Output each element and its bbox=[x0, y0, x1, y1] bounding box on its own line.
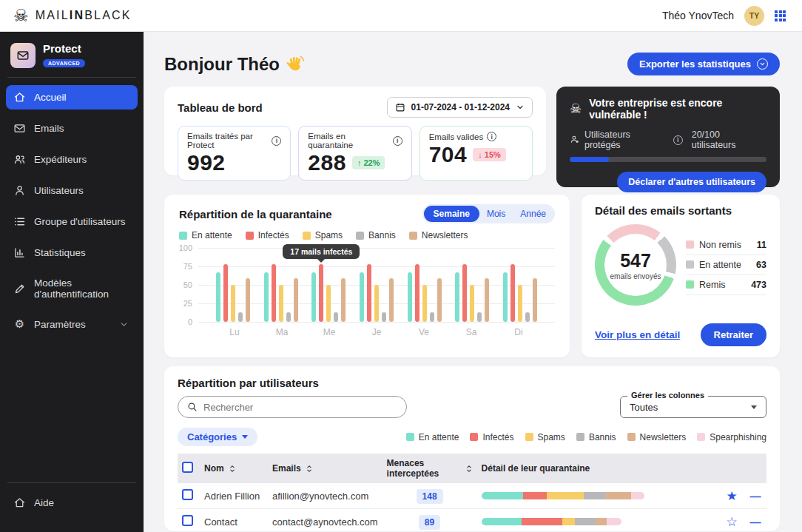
donut-legend: Non remis 11 En attente 63 Remis 473 bbox=[686, 235, 766, 295]
quarantine-title: Répartition de la quarantaine bbox=[179, 208, 332, 220]
retraiter-button[interactable]: Retraiter bbox=[701, 323, 766, 346]
bar-bannis[interactable] bbox=[238, 312, 243, 322]
bar-en-attente[interactable] bbox=[455, 272, 459, 322]
sidebar-item-utilisateurs[interactable]: Utilisateurs bbox=[6, 178, 138, 203]
bar-segment bbox=[631, 492, 644, 499]
sidebar-item-emails[interactable]: Emails bbox=[6, 116, 138, 141]
bar-newsletters[interactable] bbox=[533, 278, 537, 322]
sort-icon[interactable] bbox=[306, 465, 313, 473]
bar-en-attente[interactable] bbox=[360, 272, 364, 322]
bar-newsletters[interactable] bbox=[389, 278, 394, 322]
tab-semaine[interactable]: Semaine bbox=[424, 206, 479, 222]
bar-spams[interactable] bbox=[326, 285, 331, 322]
categories-button[interactable]: Catégories bbox=[178, 428, 257, 446]
threats-badge: 148 bbox=[417, 489, 443, 504]
sidebar-item-label: Statistiques bbox=[34, 247, 86, 258]
sidebar-item-parametres[interactable]: Paramètres bbox=[6, 312, 138, 337]
info-icon[interactable] bbox=[487, 132, 496, 141]
sidebar-item-modeles-authentification[interactable]: Modèles d'authentification bbox=[6, 272, 138, 306]
quarantine-chart-legend: En attenteInfectésSpamsBannisNewsletters bbox=[179, 230, 555, 240]
donut-legend-label: Remis bbox=[699, 280, 746, 290]
see-more-link[interactable]: Voir plus en détail bbox=[595, 329, 680, 340]
row-checkbox[interactable] bbox=[182, 515, 193, 526]
bar-en-attente[interactable] bbox=[311, 272, 316, 322]
export-stats-button[interactable]: Exporter les statistiques bbox=[627, 53, 780, 75]
bar-spams[interactable] bbox=[231, 285, 235, 322]
legend-label: Bannis bbox=[368, 230, 396, 240]
remove-icon[interactable] bbox=[750, 490, 761, 502]
bar-bannis[interactable] bbox=[477, 312, 482, 322]
bar-newsletters[interactable] bbox=[485, 278, 489, 322]
stat-label: Emails en quarantaine bbox=[308, 132, 388, 149]
protected-user-icon bbox=[570, 135, 580, 145]
search-input[interactable] bbox=[203, 402, 397, 413]
sidebar-item-aide[interactable]: Aide bbox=[6, 491, 138, 515]
bar-segment bbox=[562, 518, 574, 525]
bar-infectés[interactable] bbox=[415, 264, 419, 322]
skull-icon bbox=[570, 101, 582, 117]
info-icon[interactable] bbox=[393, 136, 402, 146]
tab-annee[interactable]: Année bbox=[513, 206, 553, 222]
bar-en-attente[interactable] bbox=[503, 272, 508, 322]
table-legend-item: Spams bbox=[525, 432, 565, 442]
bar-spams[interactable] bbox=[470, 285, 474, 322]
bar-infectés[interactable] bbox=[367, 264, 371, 322]
bar-spams[interactable] bbox=[422, 285, 427, 322]
bar-spams[interactable] bbox=[279, 285, 283, 322]
sidebar-item-statistiques[interactable]: Statistiques bbox=[6, 240, 138, 265]
info-icon[interactable] bbox=[673, 135, 683, 145]
bar-infectés[interactable] bbox=[272, 264, 276, 322]
bar-spams[interactable] bbox=[374, 285, 379, 322]
sidebar-item-expediteurs[interactable]: Expéditeurs bbox=[6, 147, 138, 172]
declare-users-button[interactable]: Déclarer d'autres utilisateurs bbox=[617, 172, 766, 192]
select-all-checkbox[interactable] bbox=[182, 462, 193, 473]
remove-icon[interactable] bbox=[750, 516, 761, 528]
date-range-select[interactable]: 01-07-2024 - 01-12-2024 bbox=[387, 97, 533, 118]
bar-newsletters[interactable] bbox=[294, 278, 298, 322]
dropdown-arrow-icon bbox=[242, 435, 248, 439]
avatar[interactable]: TY bbox=[744, 6, 764, 26]
bar-en-attente[interactable] bbox=[408, 272, 412, 322]
chevron-down-icon bbox=[118, 318, 130, 331]
search-box[interactable] bbox=[178, 396, 407, 418]
bar-group-me bbox=[311, 248, 346, 322]
legend-swatch bbox=[525, 433, 533, 441]
users-group-icon bbox=[13, 153, 26, 166]
bar-bannis[interactable] bbox=[286, 312, 291, 322]
chevron-down-circle-icon bbox=[757, 58, 768, 70]
bar-bannis[interactable] bbox=[430, 312, 434, 322]
row-checkbox[interactable] bbox=[182, 489, 193, 500]
apps-grid-icon[interactable] bbox=[775, 10, 786, 21]
bar-bannis[interactable] bbox=[334, 312, 338, 322]
bar-newsletters[interactable] bbox=[246, 278, 250, 322]
sidebar-item-groupe-utilisateurs[interactable]: Groupe d'utilisateurs bbox=[6, 209, 138, 234]
bar-infectés[interactable] bbox=[223, 264, 228, 322]
brand-part-2: IN bbox=[70, 9, 84, 21]
bar-infectés[interactable] bbox=[510, 264, 515, 322]
bar-newsletters[interactable] bbox=[341, 278, 346, 322]
donut-legend-value: 63 bbox=[756, 260, 766, 270]
bar-bannis[interactable] bbox=[382, 312, 386, 322]
info-icon[interactable] bbox=[272, 136, 281, 146]
bar-infectés[interactable] bbox=[319, 264, 323, 322]
sort-icon[interactable] bbox=[465, 465, 473, 473]
column-header-quarantaine: Détail de leur quarantaine bbox=[482, 463, 590, 474]
table-legend: En attenteInfectésSpamsBannisNewsletters… bbox=[406, 432, 766, 442]
sort-icon[interactable] bbox=[229, 465, 236, 473]
tab-mois[interactable]: Mois bbox=[479, 206, 513, 222]
favorite-star-icon[interactable] bbox=[726, 514, 737, 529]
stat-value: 288 bbox=[308, 150, 346, 175]
bar-en-attente[interactable] bbox=[216, 272, 220, 322]
legend-label: Spams bbox=[538, 432, 565, 442]
bar-bannis[interactable] bbox=[525, 312, 530, 322]
favorite-star-icon[interactable] bbox=[726, 488, 737, 503]
sidebar-item-accueil[interactable]: Accueil bbox=[6, 85, 138, 110]
quarantine-bar-chart: 0255075100 17 mails infectés bbox=[179, 248, 555, 322]
outgoing-title: Détail des emails sortants bbox=[595, 204, 766, 217]
bar-newsletters[interactable] bbox=[437, 278, 442, 322]
bar-spams[interactable] bbox=[518, 285, 522, 322]
bar-segment bbox=[607, 518, 621, 525]
bar-en-attente[interactable] bbox=[264, 272, 269, 322]
bar-infectés[interactable] bbox=[462, 264, 467, 322]
main-content: Bonjour Théo Exporter les statistiques T… bbox=[144, 32, 802, 532]
